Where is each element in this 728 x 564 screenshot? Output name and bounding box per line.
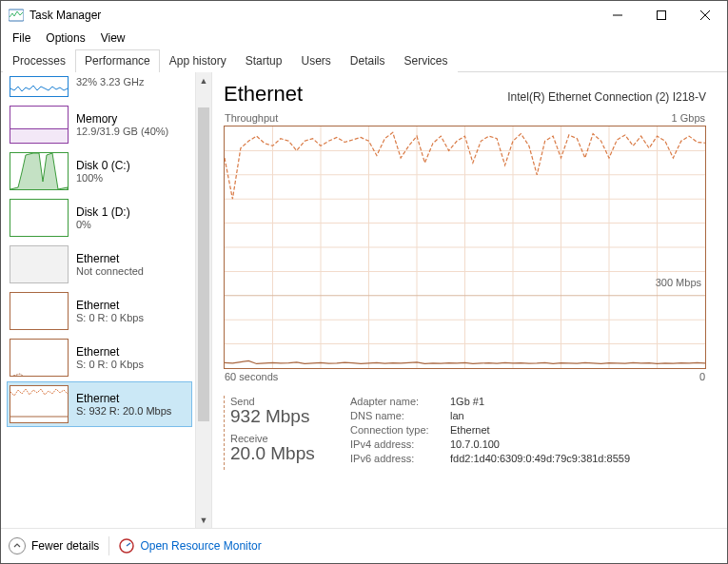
sidebar-item-cpu[interactable]: 32% 3.23 GHz	[7, 75, 192, 101]
ipv6-k: IPv6 address:	[350, 453, 450, 464]
maximize-button[interactable]	[639, 1, 683, 29]
ethernet1-thumbnail	[10, 292, 69, 330]
ethernet1-stats: S: 0 R: 0 Kbps	[76, 312, 144, 323]
ethernet3-thumbnail	[10, 385, 69, 423]
ethernet-disabled-thumbnail	[10, 245, 69, 283]
sidebar-item-disk1[interactable]: Disk 1 (D:) 0%	[7, 195, 192, 241]
ethernet2-stats: S: 0 R: 0 Kbps	[76, 359, 144, 370]
tab-processes[interactable]: Processes	[3, 49, 75, 72]
disk0-thumbnail	[10, 152, 69, 190]
fewer-details-label: Fewer details	[31, 539, 99, 553]
tab-services[interactable]: Services	[395, 49, 458, 72]
performance-sidebar: 32% 3.23 GHz Memory 12.9/31.9 GB (40%) D…	[1, 72, 212, 528]
chart-x-end: 0	[699, 371, 705, 382]
tab-users[interactable]: Users	[291, 49, 340, 72]
chart-label-throughput: Throughput	[225, 112, 278, 124]
tab-startup[interactable]: Startup	[236, 49, 292, 72]
scroll-thumb[interactable]	[198, 107, 209, 421]
sidebar-item-ethernet-3[interactable]: Ethernet S: 932 R: 20.0 Mbps	[7, 381, 192, 427]
sidebar-item-ethernet-1[interactable]: Ethernet S: 0 R: 0 Kbps	[7, 288, 192, 334]
threshold-label: 300 Mbps	[656, 277, 701, 288]
pane-title: Ethernet	[224, 82, 303, 107]
chart-bottom-labels: 60 seconds 0	[224, 371, 706, 382]
detail-pane: Ethernet Intel(R) Ethernet Connection (2…	[212, 72, 727, 528]
tab-app-history[interactable]: App history	[160, 49, 236, 72]
throughput-chart: 300 Mbps	[224, 126, 706, 369]
memory-thumbnail	[10, 106, 69, 144]
minimize-button[interactable]	[596, 1, 639, 29]
task-manager-icon	[9, 8, 24, 23]
footer-separator	[108, 536, 109, 555]
disk0-stats: 100%	[76, 172, 130, 184]
chart-label-max: 1 Gbps	[672, 112, 705, 124]
scroll-track[interactable]	[196, 88, 211, 512]
chart-svg	[225, 126, 705, 368]
resource-monitor-icon	[119, 538, 134, 554]
menu-view[interactable]: View	[93, 29, 133, 47]
scroll-down-icon[interactable]: ▼	[196, 512, 211, 528]
svg-line-25	[127, 543, 130, 546]
chevron-up-icon	[9, 537, 26, 554]
ethernet1-label: Ethernet	[76, 299, 144, 312]
scroll-up-icon[interactable]: ▲	[196, 72, 211, 88]
pane-adapter-name: Intel(R) Ethernet Connection (2) I218-V	[507, 90, 706, 104]
conn-v: Ethernet	[450, 424, 490, 436]
ethernet3-label: Ethernet	[76, 392, 171, 405]
content-area: 32% 3.23 GHz Memory 12.9/31.9 GB (40%) D…	[1, 72, 727, 529]
ethernet3-stats: S: 932 R: 20.0 Mbps	[76, 405, 171, 417]
memory-stats: 12.9/31.9 GB (40%)	[76, 126, 168, 137]
ethernet2-thumbnail	[10, 339, 69, 377]
tab-details[interactable]: Details	[341, 49, 395, 72]
stats-block: Send 932 Mbps Receive 20.0 Mbps Adapter …	[224, 396, 706, 470]
cpu-thumbnail	[10, 76, 69, 97]
chart-top-labels: Throughput 1 Gbps	[224, 112, 706, 124]
dns-k: DNS name:	[350, 410, 450, 421]
adapter-v: 1Gb #1	[450, 396, 484, 407]
stats-left: Send 932 Mbps Receive 20.0 Mbps	[224, 396, 324, 470]
resource-monitor-label: Open Resource Monitor	[140, 539, 261, 553]
footer-bar: Fewer details Open Resource Monitor	[1, 529, 727, 563]
conn-k: Connection type:	[350, 424, 450, 436]
tab-strip: Processes Performance App history Startu…	[1, 49, 727, 72]
window-controls	[596, 1, 727, 29]
disk1-thumbnail	[10, 199, 69, 237]
sidebar-scrollbar[interactable]: ▲ ▼	[195, 72, 211, 528]
tab-performance[interactable]: Performance	[75, 49, 160, 72]
chart-x-start: 60 seconds	[225, 371, 278, 382]
ipv4-k: IPv4 address:	[350, 438, 450, 450]
menu-bar: File Options View	[1, 29, 727, 49]
ethernet-disabled-stats: Not connected	[76, 265, 144, 277]
sidebar-item-disk0[interactable]: Disk 0 (C:) 100%	[7, 148, 192, 194]
close-button[interactable]	[683, 1, 727, 29]
ethernet2-label: Ethernet	[76, 345, 144, 359]
ipv4-v: 10.7.0.100	[450, 438, 500, 450]
menu-options[interactable]: Options	[38, 29, 92, 47]
sidebar-list: 32% 3.23 GHz Memory 12.9/31.9 GB (40%) D…	[1, 72, 195, 528]
sidebar-item-ethernet-disabled[interactable]: Ethernet Not connected	[7, 242, 192, 287]
ipv6-v: fdd2:1d40:6309:0:49d:79c9:381d:8559	[450, 453, 630, 464]
stats-right: Adapter name:1Gb #1 DNS name:lan Connect…	[350, 396, 630, 470]
open-resource-monitor-link[interactable]: Open Resource Monitor	[119, 538, 261, 554]
sidebar-item-ethernet-2[interactable]: Ethernet S: 0 R: 0 Kbps	[7, 335, 192, 380]
dns-v: lan	[450, 410, 464, 421]
ethernet-disabled-label: Ethernet	[76, 252, 144, 265]
sidebar-item-memory[interactable]: Memory 12.9/31.9 GB (40%)	[7, 102, 192, 147]
pane-header: Ethernet Intel(R) Ethernet Connection (2…	[224, 82, 706, 107]
send-value: 932 Mbps	[230, 407, 324, 427]
svg-rect-2	[658, 11, 666, 20]
fewer-details-button[interactable]: Fewer details	[9, 537, 99, 554]
disk0-label: Disk 0 (C:)	[76, 159, 130, 172]
receive-value: 20.0 Mbps	[230, 444, 324, 464]
adapter-k: Adapter name:	[350, 396, 450, 407]
disk1-label: Disk 1 (D:)	[76, 205, 130, 219]
disk1-stats: 0%	[76, 219, 130, 230]
window-title: Task Manager	[30, 9, 596, 22]
cpu-stats: 32% 3.23 GHz	[76, 76, 145, 88]
title-bar: Task Manager	[1, 1, 727, 29]
menu-file[interactable]: File	[5, 29, 38, 47]
memory-label: Memory	[76, 112, 168, 126]
